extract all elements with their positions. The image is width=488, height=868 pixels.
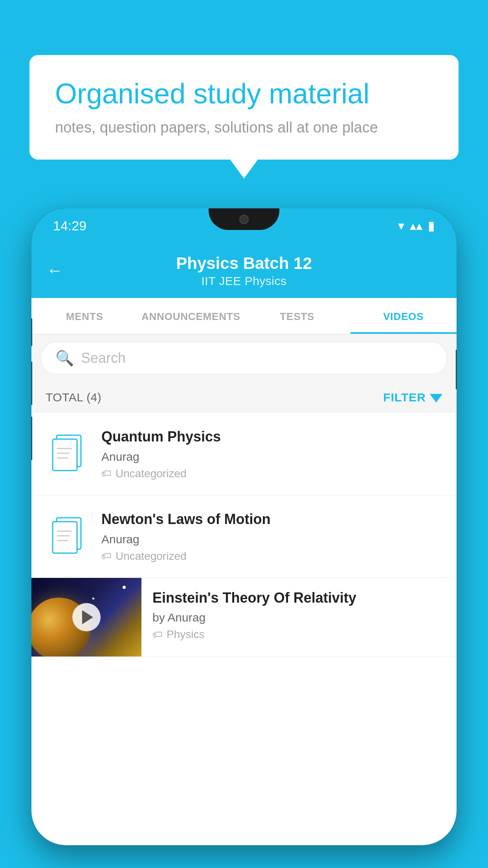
- tag-icon: 🏷: [101, 467, 112, 480]
- filter-bar: TOTAL (4) FILTER: [31, 382, 457, 413]
- notch: [209, 208, 279, 230]
- video-thumbnail: [31, 578, 141, 657]
- phone-screen: ← Physics Batch 12 IIT JEE Physics MENTS…: [31, 243, 457, 845]
- status-time: 14:29: [53, 218, 86, 234]
- tab-bar: MENTS ANNOUNCEMENTS TESTS VIDEOS: [31, 298, 457, 334]
- video-title: Einstein's Theory Of Relativity: [152, 589, 446, 607]
- video-author: Anurag: [101, 533, 442, 546]
- total-count: TOTAL (4): [46, 391, 101, 404]
- video-doc-icon: [46, 430, 89, 477]
- search-icon: 🔍: [55, 349, 74, 367]
- video-author: Anurag: [101, 450, 442, 463]
- camera: [239, 215, 249, 224]
- tab-ments[interactable]: MENTS: [31, 298, 138, 334]
- star-decoration: [92, 598, 94, 600]
- tag-icon: 🏷: [101, 550, 112, 562]
- phone-device: 14:29 ▾ ▴▴ ▮ ← Physics Batch 12 IIT JEE …: [31, 208, 457, 845]
- app-subtitle: IIT JEE Physics: [201, 274, 286, 288]
- app-header: ← Physics Batch 12 IIT JEE Physics: [31, 243, 457, 298]
- search-container: 🔍 Search: [31, 334, 457, 382]
- volume-up-button: [31, 362, 32, 405]
- tab-videos[interactable]: VIDEOS: [350, 298, 457, 334]
- status-bar: 14:29 ▾ ▴▴ ▮: [31, 208, 457, 243]
- video-info: Quantum Physics Anurag 🏷 Uncategorized: [101, 428, 442, 480]
- filter-icon: [430, 394, 442, 403]
- tab-announcements[interactable]: ANNOUNCEMENTS: [138, 298, 244, 334]
- svg-rect-6: [53, 522, 77, 553]
- search-bar[interactable]: 🔍 Search: [41, 342, 447, 374]
- video-list: Quantum Physics Anurag 🏷 Uncategorized: [31, 413, 457, 657]
- list-item[interactable]: Newton's Laws of Motion Anurag 🏷 Uncateg…: [31, 495, 457, 578]
- list-item[interactable]: Einstein's Theory Of Relativity by Anura…: [31, 578, 457, 657]
- video-author: by Anurag: [152, 611, 446, 624]
- tag-text: Physics: [167, 628, 204, 641]
- battery-icon: ▮: [428, 218, 435, 233]
- video-info: Newton's Laws of Motion Anurag 🏷 Uncateg…: [101, 510, 442, 563]
- play-button[interactable]: [72, 603, 101, 631]
- video-title: Newton's Laws of Motion: [101, 510, 442, 529]
- play-triangle-icon: [82, 610, 93, 624]
- status-icons: ▾ ▴▴ ▮: [398, 218, 435, 233]
- tab-tests[interactable]: TESTS: [244, 298, 350, 334]
- search-input[interactable]: Search: [81, 350, 126, 366]
- video-tag: 🏷 Physics: [152, 628, 446, 641]
- subtext: notes, question papers, solutions all at…: [55, 119, 433, 136]
- signal-icon: ▴▴: [410, 218, 422, 233]
- volume-down-button: [31, 417, 32, 460]
- tag-text: Uncategorized: [116, 550, 187, 563]
- headline: Organised study material: [55, 77, 433, 110]
- star-decoration: [123, 586, 126, 589]
- video-title: Quantum Physics: [101, 428, 442, 446]
- tag-text: Uncategorized: [116, 467, 187, 480]
- tag-icon: 🏷: [152, 629, 163, 641]
- svg-rect-1: [53, 439, 77, 471]
- back-button[interactable]: ←: [46, 261, 63, 280]
- video-info: Einstein's Theory Of Relativity by Anura…: [141, 578, 457, 652]
- phone-wrapper: 14:29 ▾ ▴▴ ▮ ← Physics Batch 12 IIT JEE …: [31, 208, 457, 868]
- list-item[interactable]: Quantum Physics Anurag 🏷 Uncategorized: [31, 413, 457, 495]
- filter-button[interactable]: FILTER: [383, 391, 442, 404]
- app-title: Physics Batch 12: [176, 254, 312, 273]
- video-tag: 🏷 Uncategorized: [101, 550, 442, 563]
- speech-bubble: Organised study material notes, question…: [29, 55, 459, 160]
- video-tag: 🏷 Uncategorized: [101, 467, 442, 480]
- power-button: [456, 350, 457, 389]
- wifi-icon: ▾: [398, 218, 404, 233]
- video-doc-icon: [46, 513, 89, 560]
